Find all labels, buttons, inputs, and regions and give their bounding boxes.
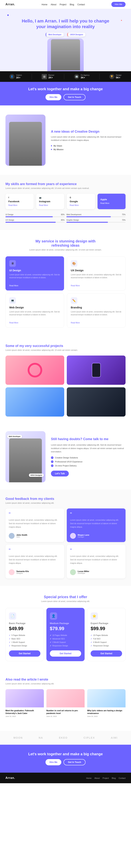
- about-heading-span: Creative Design: [75, 130, 99, 133]
- project-card-phone[interactable]: [67, 355, 126, 385]
- testimonial-name-1: John Smith: [16, 534, 27, 536]
- about-items: My Vision My Mission: [51, 145, 126, 151]
- pricing-name-basic: Basic Package: [9, 622, 40, 625]
- pricing-feature-basic-1: 5 Pages Website: [9, 634, 40, 636]
- testimonials-grid: " Lorem ipsum dolor sit amet, consectetu…: [5, 508, 126, 578]
- cta-hire-me-button[interactable]: Hire Me: [45, 94, 61, 100]
- doubts-badge-ui: UI/UX Designer: [29, 473, 44, 477]
- hero-badge-web: Web Developer: [46, 33, 64, 36]
- brand-logo-ciplex: CIPLEX: [84, 736, 95, 739]
- pricing-feature-expert-3: 6 Month Support: [91, 641, 122, 643]
- testimonial-role-1: CEO: [16, 536, 27, 538]
- pricing-name-medium: Medium Package: [50, 622, 81, 625]
- skill-readmore-instagram[interactable]: Read More: [39, 204, 61, 206]
- stat-icon-visitors: 👤: [9, 74, 14, 79]
- skill-bar-label-ui: UI Design: [5, 214, 13, 216]
- blog-card-content-3: Why lyric videos are having a design ren…: [87, 707, 126, 724]
- service-icon-ui: 🖥: [9, 260, 16, 267]
- skill-bar-fill-graphic: [67, 222, 108, 223]
- hire-me-nav-button[interactable]: Hire Me: [112, 2, 126, 7]
- skills-section: My skills are formed from years of exper…: [0, 175, 131, 230]
- blog-description: Lorem ipsum dolor sit amet, consectetur …: [5, 683, 126, 685]
- testimonial-text-4: Lorem ipsum dolor sit amet, consectetur …: [70, 555, 122, 565]
- footer-link-blog[interactable]: Blog: [112, 777, 116, 779]
- service-readmore-ux[interactable]: Read More: [71, 285, 122, 287]
- skill-logo-google: G: [70, 196, 92, 198]
- footer-cta-hire-me-button[interactable]: Hire Me: [45, 759, 61, 765]
- doubts-content: Still having doubts? Come talk to me Lor…: [51, 437, 126, 476]
- footer-link-contact[interactable]: Contact: [119, 777, 126, 779]
- skill-bar-fill-webdev: [67, 216, 111, 217]
- service-readmore-branding[interactable]: Read More: [71, 322, 122, 324]
- nav-link-home[interactable]: Home: [41, 3, 47, 6]
- pricing-features-basic: 5 Pages Website Basic SEO 1 Month Suppor…: [9, 634, 40, 647]
- pricing-feature-basic-2: Basic SEO: [9, 638, 40, 640]
- about-heading: A new ideas of Creative Design: [51, 130, 126, 133]
- pricing-btn-medium[interactable]: Get Started: [50, 650, 81, 657]
- stat-info-banner: Banner 2K+: [48, 74, 54, 79]
- nav-link-project[interactable]: Project: [60, 3, 67, 6]
- pricing-features-medium: 10 Pages Website Advanced SEO 3 Month Su…: [50, 634, 81, 647]
- blog-card-img-2: [46, 689, 85, 707]
- blog-card-content-2: Number in cool art returns to pre-pandem…: [46, 707, 85, 724]
- service-icon-ux: 🎨: [71, 260, 77, 267]
- footer-link-about[interactable]: About: [94, 777, 100, 779]
- skill-bar-webdev: Web Development 75%: [67, 214, 126, 217]
- skill-readmore-facebook[interactable]: Read More: [8, 204, 31, 206]
- blog-card-1[interactable]: Meet the graduates: Falmouth University'…: [5, 689, 44, 724]
- skill-card-apple: Apple Read More: [97, 194, 126, 209]
- skills-description: Lorem ipsum dolor sit amet, consectetur …: [5, 187, 126, 189]
- skill-bar-percent-graphic: 70%: [122, 219, 126, 221]
- projects-heading: Some of my very successful projects: [5, 344, 126, 348]
- brand-logo-moon: MOON: [13, 736, 23, 739]
- pricing-description: Lorem ipsum dolor sit amet, consectetur …: [5, 600, 126, 602]
- hero-name: Arran: [45, 19, 56, 23]
- testimonial-quote-2: ": [70, 512, 122, 517]
- testimonial-author-info-3: Samanta Klis Designer: [16, 570, 29, 574]
- pricing-price-medium: $79.99: [50, 626, 81, 631]
- pricing-btn-expert[interactable]: Get Started: [91, 650, 122, 657]
- blog-section: Also read the article I wrote Lorem ipsu…: [0, 670, 131, 731]
- pricing-features-expert: 20 Pages Website Full SEO 6 Month Suppor…: [91, 634, 122, 647]
- blog-card-3[interactable]: Why lyric videos are having a design ren…: [87, 689, 126, 724]
- service-readmore-web[interactable]: Read More: [9, 322, 60, 324]
- footer-link-home[interactable]: Home: [86, 777, 91, 779]
- pricing-icon-basic: 📄: [9, 612, 16, 620]
- stat-design: 🏆 Design 5K+: [110, 74, 122, 79]
- talk-button[interactable]: Let's Talk: [51, 471, 69, 476]
- about-item-dot-2: [51, 149, 52, 150]
- pricing-section: Special prices that I offer Lorem ipsum …: [0, 586, 131, 670]
- service-icon-branding: ✏️: [71, 297, 77, 304]
- project-card-headphones[interactable]: [5, 355, 64, 385]
- footer-link-project[interactable]: Project: [103, 777, 109, 779]
- stat-label-visitors: Visitors: [16, 74, 22, 76]
- service-readmore-ui[interactable]: Read More: [9, 285, 60, 287]
- pricing-icon-expert: ⭐: [91, 612, 98, 620]
- project-card-dark[interactable]: [67, 387, 126, 416]
- footer-cta-get-in-touch-button[interactable]: Get In Touch: [63, 759, 85, 765]
- project-card-blue[interactable]: [5, 387, 64, 416]
- skill-logo-instagram: 📷: [39, 196, 61, 198]
- pricing-btn-basic[interactable]: Get Started: [9, 650, 40, 657]
- footer: Arran. Home About Project Blog Contact: [0, 773, 131, 783]
- service-card-branding: ✏️ Branding Lorem ipsum dolor sit amet, …: [67, 293, 126, 328]
- about-content: A new ideas of Creative Design Lorem ips…: [51, 130, 126, 151]
- nav-link-contact[interactable]: Contact: [77, 3, 85, 6]
- nav-link-blog[interactable]: Blog: [70, 3, 74, 6]
- skill-readmore-apple[interactable]: Read More: [100, 202, 123, 204]
- services-grid: 🖥 UI Design Lorem ipsum dolor sit amet, …: [5, 256, 126, 328]
- skills-heading: My skills are formed from years of exper…: [5, 182, 126, 186]
- cta-get-in-touch-button[interactable]: Get In Touch: [63, 94, 85, 100]
- skill-readmore-google[interactable]: Read More: [70, 204, 92, 206]
- nav-link-about[interactable]: About: [51, 3, 56, 6]
- hero-dot-1: [7, 14, 9, 16]
- doubts-description: Lorem ipsum dolor sit amet, consectetur …: [51, 443, 126, 454]
- testimonial-avatar-3: [9, 569, 14, 575]
- skill-name-apple: Apple: [100, 198, 123, 201]
- testimonial-author-info-2: Megan Lane Manager: [78, 534, 89, 538]
- about-section: A new ideas of Creative Design Lorem ips…: [0, 105, 131, 175]
- phone-icon: [92, 363, 101, 377]
- blog-card-2[interactable]: Number in cool art returns to pre-pandem…: [46, 689, 85, 724]
- pricing-card-medium: 👤 Medium Package $79.99 10 Pages Website…: [46, 608, 85, 661]
- doubts-badge-web: Web Developer: [7, 435, 22, 438]
